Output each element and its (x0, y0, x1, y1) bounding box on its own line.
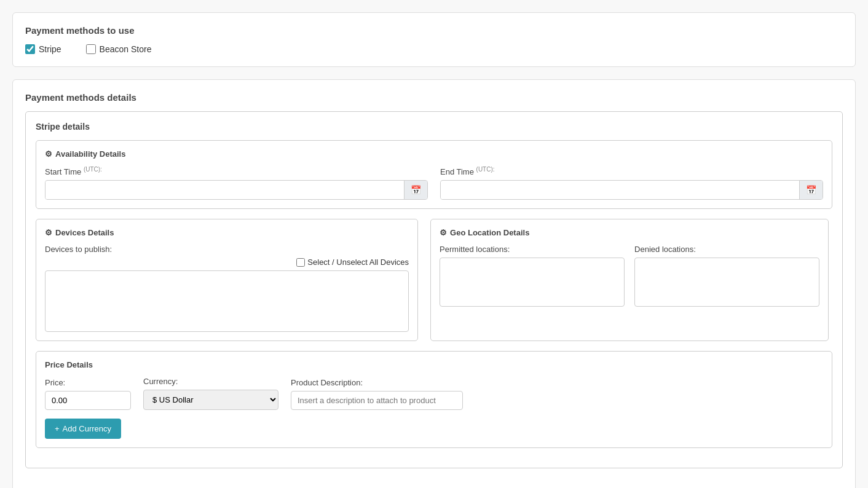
geo-location-details-title: Geo Location Details (440, 228, 819, 237)
denied-locations-group: Denied locations: (634, 245, 819, 307)
price-group: Price: (45, 378, 131, 410)
start-time-input-wrapper: 📅 (45, 180, 428, 200)
denied-locations-label: Denied locations: (634, 245, 819, 254)
add-currency-button[interactable]: + Add Currency (45, 419, 121, 439)
payment-methods-details-title: Payment methods details (25, 92, 843, 103)
product-description-group: Product Description: (291, 378, 463, 410)
availability-form-row: Start Time (UTC): 📅 End Time (UTC): (45, 166, 823, 200)
gear-icon-availability (45, 149, 52, 159)
select-unselect-label: Select / Unselect All Devices (307, 258, 409, 267)
beacon-store-checkbox[interactable] (86, 44, 96, 54)
stripe-checkbox-item: Stripe (25, 44, 61, 54)
stripe-details-card: Stripe details Availability Details Star… (25, 111, 843, 468)
availability-details-title: Availability Details (45, 149, 823, 159)
start-time-label: Start Time (UTC): (45, 166, 428, 176)
payment-methods-to-use-title: Payment methods to use (25, 25, 843, 36)
permitted-locations-label: Permitted locations: (440, 245, 625, 254)
product-description-label: Product Description: (291, 378, 463, 387)
stripe-details-title: Stripe details (36, 122, 832, 132)
add-currency-label: Add Currency (63, 424, 111, 433)
gear-icon-geo (440, 228, 447, 237)
permitted-locations-group: Permitted locations: (440, 245, 625, 307)
payment-methods-checkbox-row: Stripe Beacon Store (25, 44, 843, 54)
calendar-icon-end: 📅 (806, 185, 816, 195)
end-time-input[interactable] (441, 181, 799, 199)
geo-location-details-card: Geo Location Details Permitted locations… (430, 219, 829, 341)
price-input[interactable] (45, 391, 131, 410)
end-time-label: End Time (UTC): (440, 166, 823, 176)
currency-label: Currency: (143, 377, 278, 386)
product-description-input[interactable] (291, 391, 463, 410)
calendar-icon-start: 📅 (411, 185, 421, 195)
start-time-calendar-btn[interactable]: 📅 (404, 181, 427, 199)
beacon-store-label: Beacon Store (100, 44, 152, 54)
start-time-group: Start Time (UTC): 📅 (45, 166, 428, 200)
devices-details-title: Devices Details (45, 228, 409, 237)
select-unselect-wrapper: Select / Unselect All Devices (45, 258, 409, 267)
end-time-calendar-btn[interactable]: 📅 (799, 181, 823, 199)
stripe-details-title-text: Stripe details (36, 122, 90, 132)
select-unselect-checkbox[interactable] (296, 258, 305, 267)
devices-listbox[interactable] (45, 270, 409, 332)
permitted-locations-textarea[interactable] (440, 258, 625, 307)
price-details-card: Price Details Price: Currency: $ US Doll… (36, 351, 832, 448)
gear-icon-devices (45, 228, 52, 237)
geo-boxes-row: Permitted locations: Denied locations: (440, 245, 819, 307)
currency-select[interactable]: $ US Dollar € Euro £ British Pound ¥ Jap… (143, 390, 278, 410)
stripe-label: Stripe (39, 44, 61, 54)
denied-locations-textarea[interactable] (634, 258, 819, 307)
devices-to-publish-label: Devices to publish: (45, 245, 409, 254)
payment-methods-to-use-section: Payment methods to use Stripe Beacon Sto… (12, 12, 856, 67)
price-row: Price: Currency: $ US Dollar € Euro £ Br… (45, 377, 823, 410)
devices-geo-row: Devices Details Devices to publish: Sele… (36, 219, 832, 351)
beacon-store-checkbox-item: Beacon Store (86, 44, 152, 54)
devices-details-card: Devices Details Devices to publish: Sele… (36, 219, 418, 341)
availability-details-card: Availability Details Start Time (UTC): 📅 (36, 140, 832, 209)
price-details-title: Price Details (45, 360, 823, 369)
add-currency-plus-icon: + (55, 424, 60, 433)
payment-methods-details-section: Payment methods details Stripe details A… (12, 79, 856, 488)
start-time-input[interactable] (45, 181, 404, 199)
end-time-input-wrapper: 📅 (440, 180, 823, 200)
currency-group: Currency: $ US Dollar € Euro £ British P… (143, 377, 278, 410)
price-label: Price: (45, 378, 131, 387)
stripe-checkbox[interactable] (25, 44, 35, 54)
availability-details-title-text: Availability Details (55, 149, 125, 159)
end-time-group: End Time (UTC): 📅 (440, 166, 823, 200)
